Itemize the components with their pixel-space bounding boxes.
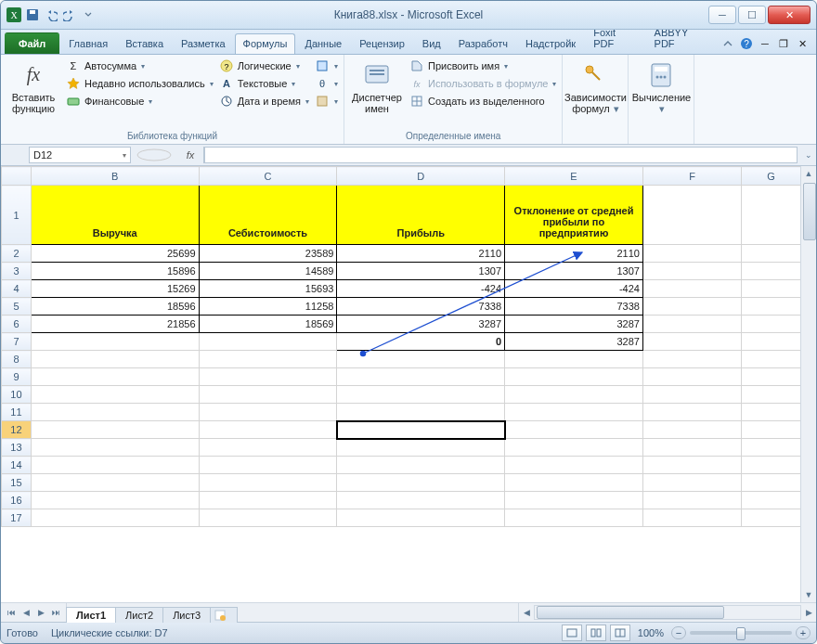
close-button[interactable]: ✕ [768, 6, 811, 24]
row-header[interactable]: 10 [2, 386, 32, 404]
row-header[interactable]: 15 [2, 474, 32, 492]
cell[interactable] [31, 386, 199, 404]
cell[interactable] [505, 492, 643, 509]
calculation-button[interactable]: Вычисление▾ [634, 58, 688, 114]
row-header[interactable]: 13 [2, 439, 32, 457]
name-box[interactable]: D12▾ [29, 147, 131, 163]
cell[interactable] [505, 386, 643, 404]
cell[interactable] [31, 404, 199, 421]
undo-icon[interactable] [44, 7, 58, 22]
cell[interactable] [742, 368, 801, 386]
cell[interactable] [742, 404, 801, 421]
cell[interactable] [199, 457, 337, 474]
col-header[interactable]: F [642, 167, 741, 186]
cell[interactable] [31, 368, 199, 386]
zoom-in-icon[interactable]: + [796, 626, 811, 639]
tab-data[interactable]: Данные [296, 33, 350, 54]
cell[interactable] [742, 386, 801, 404]
cell[interactable]: 25699 [31, 245, 199, 263]
table-header-cell[interactable]: Себистоимость [199, 186, 337, 245]
cell[interactable] [642, 368, 741, 386]
cell[interactable]: 18596 [31, 298, 199, 316]
cell[interactable]: 11258 [199, 298, 337, 316]
expand-formula-bar-icon[interactable]: ⌄ [801, 145, 816, 165]
cell[interactable] [199, 404, 337, 421]
table-header-cell[interactable]: Выручка [31, 186, 199, 245]
tab-home[interactable]: Главная [60, 33, 116, 54]
cell[interactable] [505, 474, 643, 492]
table-header-cell[interactable]: Прибыль [337, 186, 505, 245]
more-funcs-button[interactable]: ▾ [315, 94, 338, 109]
worksheet-grid[interactable]: BCDEFG 1ВыручкаСебистоимостьПрибыльОткло… [1, 166, 816, 602]
workbook-close-icon[interactable]: ✕ [796, 37, 809, 50]
cell[interactable] [31, 509, 199, 527]
redo-icon[interactable] [62, 7, 77, 22]
fx-icon[interactable]: fx [177, 147, 204, 163]
tab-developer[interactable]: Разработч [450, 33, 516, 54]
cell[interactable] [742, 421, 801, 439]
text-button[interactable]: AТекстовые▾ [219, 76, 309, 91]
cell[interactable]: 1307 [337, 263, 505, 280]
datetime-button[interactable]: Дата и время▾ [219, 94, 309, 109]
cell[interactable] [505, 404, 643, 421]
cell[interactable] [642, 421, 741, 439]
zoom-out-icon[interactable]: − [671, 626, 686, 639]
scroll-left-icon[interactable]: ◀ [519, 608, 534, 617]
cell[interactable]: 15269 [31, 280, 199, 298]
cell[interactable] [505, 368, 643, 386]
cell[interactable]: 3287 [505, 333, 643, 351]
autosum-button[interactable]: ΣАвтосумма▾ [66, 58, 214, 73]
recently-used-button[interactable]: Недавно использовались▾ [66, 76, 214, 91]
cell[interactable] [31, 457, 199, 474]
cell[interactable] [742, 509, 801, 527]
cell[interactable]: 21856 [31, 316, 199, 333]
tab-formulas[interactable]: Формулы [235, 33, 296, 54]
tab-review[interactable]: Рецензир [351, 33, 413, 54]
table-header-cell[interactable]: Отклонение от средней прибыли по предпри… [505, 186, 643, 245]
cell[interactable] [505, 457, 643, 474]
cell[interactable] [31, 351, 199, 368]
cell[interactable] [337, 386, 505, 404]
col-header[interactable]: E [505, 167, 643, 186]
cell[interactable] [199, 368, 337, 386]
minimize-ribbon-icon[interactable] [721, 37, 734, 50]
cell[interactable] [505, 421, 643, 439]
tab-addins[interactable]: Надстройк [517, 33, 584, 54]
help-icon[interactable]: ? [740, 37, 753, 50]
row-header[interactable]: 5 [2, 298, 32, 316]
workbook-restore-icon[interactable]: ❐ [777, 37, 790, 50]
tab-layout[interactable]: Разметка [173, 33, 234, 54]
cell[interactable] [199, 421, 337, 439]
cell[interactable] [642, 439, 741, 457]
cell[interactable]: 7338 [505, 298, 643, 316]
row-header[interactable]: 6 [2, 316, 32, 333]
insert-function-button[interactable]: fx Вставитьфункцию [6, 58, 60, 114]
row-header[interactable]: 4 [2, 280, 32, 298]
math-button[interactable]: θ▾ [315, 76, 338, 91]
formula-auditing-button[interactable]: Зависимостиформул ▾ [568, 58, 622, 114]
sheet-tab[interactable]: Лист3 [162, 607, 211, 623]
cell[interactable] [199, 474, 337, 492]
cell[interactable] [505, 439, 643, 457]
sheet-tab[interactable]: Лист1 [66, 607, 116, 623]
tab-insert[interactable]: Вставка [117, 33, 172, 54]
row-header[interactable]: 17 [2, 509, 32, 527]
cell[interactable] [642, 351, 741, 368]
cell[interactable]: 23589 [199, 245, 337, 263]
sheet-tab[interactable]: Лист2 [115, 607, 163, 623]
cell[interactable] [337, 457, 505, 474]
row-header[interactable]: 9 [2, 368, 32, 386]
scroll-down-icon[interactable]: ▼ [802, 587, 815, 602]
cell[interactable] [642, 492, 741, 509]
cell[interactable] [642, 457, 741, 474]
create-from-selection-button[interactable]: Создать из выделенного [409, 94, 557, 109]
cell[interactable] [337, 404, 505, 421]
financial-button[interactable]: Финансовые▾ [66, 94, 214, 109]
cell[interactable] [31, 421, 199, 439]
cell[interactable] [337, 368, 505, 386]
cell[interactable] [199, 439, 337, 457]
cell[interactable] [642, 404, 741, 421]
maximize-button[interactable]: ☐ [738, 6, 766, 24]
view-page-layout-button[interactable] [586, 625, 606, 641]
col-header[interactable]: G [742, 167, 801, 186]
